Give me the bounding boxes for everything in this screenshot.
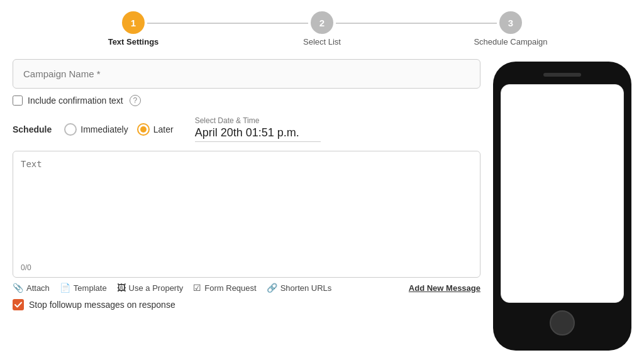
text-area-container: 0/0 (13, 151, 480, 278)
date-time-label: Select Date & Time (195, 116, 321, 125)
schedule-row: Schedule Immediately Later Select Date &… (13, 116, 480, 142)
date-time-section: Select Date & Time April 20th 01:51 p.m. (195, 116, 321, 142)
step-3-label: Schedule Campaign (474, 37, 547, 46)
campaign-name-input[interactable] (13, 59, 480, 89)
schedule-label: Schedule (13, 124, 52, 134)
shorten-urls-button[interactable]: 🔗 Shorten URLs (267, 283, 332, 293)
date-time-value[interactable]: April 20th 01:51 p.m. (195, 126, 321, 142)
step-2-circle[interactable]: 2 (311, 11, 333, 34)
template-icon: 📄 (60, 283, 70, 293)
help-icon[interactable]: ? (130, 95, 141, 106)
step-3-item: 3 Schedule Campaign (416, 11, 605, 46)
attach-label: Attach (26, 283, 50, 293)
step-3-circle[interactable]: 3 (499, 11, 522, 34)
phone-speaker (543, 73, 581, 77)
message-text-input[interactable] (13, 151, 480, 258)
confirmation-label: Include confirmation text (28, 95, 123, 106)
radio-immediately[interactable]: Immediately (64, 123, 128, 136)
step-2-item: 2 Select List (228, 11, 416, 46)
use-property-button[interactable]: 🖼 Use a Property (117, 283, 184, 293)
followup-checkbox[interactable] (13, 299, 24, 310)
immediately-label: Immediately (80, 124, 128, 134)
use-property-icon: 🖼 (117, 283, 126, 293)
step-2-label: Select List (303, 37, 341, 46)
message-toolbar: 📎 Attach 📄 Template 🖼 Use a Property ☑ F… (13, 283, 480, 293)
template-button[interactable]: 📄 Template (60, 283, 107, 293)
form-request-icon: ☑ (193, 283, 201, 293)
attach-icon: 📎 (13, 283, 23, 293)
phone-mockup (493, 62, 631, 351)
phone-home-button (550, 310, 575, 335)
step-1-label: Text Settings (108, 37, 159, 46)
checkmark-icon (14, 302, 22, 308)
followup-label: Stop followup messages on response (29, 300, 175, 310)
confirmation-row: Include confirmation text ? (13, 95, 480, 106)
radio-later-circle[interactable] (137, 123, 150, 136)
radio-later[interactable]: Later (137, 123, 174, 136)
char-count: 0/0 (13, 261, 480, 277)
attach-button[interactable]: 📎 Attach (13, 283, 50, 293)
shorten-urls-label: Shorten URLs (280, 283, 332, 293)
stepper: 1 Text Settings 2 Select List 3 Schedule… (0, 0, 644, 53)
followup-row: Stop followup messages on response (13, 299, 480, 310)
radio-immediately-circle[interactable] (64, 123, 77, 136)
template-label: Template (74, 283, 107, 293)
later-label: Later (153, 124, 174, 134)
phone-screen (501, 84, 624, 303)
right-panel (493, 59, 631, 351)
confirmation-checkbox[interactable] (13, 95, 23, 106)
form-request-button[interactable]: ☑ Form Request (193, 283, 256, 293)
add-new-message-button[interactable]: Add New Message (409, 283, 480, 293)
step-1-item: 1 Text Settings (39, 11, 228, 46)
use-property-label: Use a Property (129, 283, 184, 293)
left-panel: Include confirmation text ? Schedule Imm… (13, 59, 480, 351)
form-request-label: Form Request (204, 283, 256, 293)
main-content: Include confirmation text ? Schedule Imm… (0, 53, 644, 357)
step-1-circle[interactable]: 1 (122, 11, 145, 34)
shorten-urls-icon: 🔗 (267, 283, 277, 293)
